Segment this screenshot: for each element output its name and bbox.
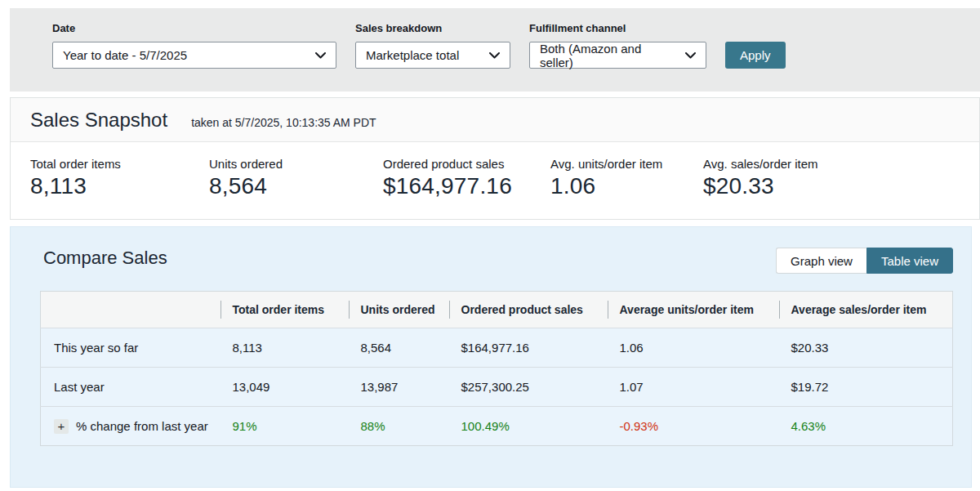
filter-bar: Date Year to date - 5/7/2025 Sales break… <box>10 8 980 92</box>
table-row-this-year: This year so far 8,113 8,564 $164,977.16… <box>41 328 953 368</box>
column-header-average-sales: Average sales/order item <box>779 292 953 328</box>
cell-value: 1.06 <box>608 328 779 368</box>
cell-value: -0.93% <box>608 407 779 446</box>
sales-breakdown-label: Sales breakdown <box>355 22 510 34</box>
column-header-average-units: Average units/order item <box>608 292 779 328</box>
metric-value: 8,113 <box>30 173 209 199</box>
view-toggle: Graph view Table view <box>776 248 953 274</box>
fulfillment-channel-select[interactable]: Both (Amazon and seller) <box>529 42 706 69</box>
sales-breakdown-select-value: Marketplace total <box>366 48 459 62</box>
metric-ordered-product-sales: Ordered product sales $164,977.16 <box>383 157 550 199</box>
compare-sales-table: Total order items Units ordered Ordered … <box>40 291 953 446</box>
column-header-ordered-product-sales: Ordered product sales <box>449 292 608 328</box>
metric-label: Ordered product sales <box>383 157 550 171</box>
metric-value: $20.33 <box>703 173 818 199</box>
apply-button[interactable]: Apply <box>725 42 786 69</box>
cell-value: 88% <box>349 407 449 446</box>
cell-value: $20.33 <box>779 328 953 368</box>
chevron-down-icon <box>489 52 500 59</box>
metric-avg-sales-order-item: Avg. sales/order item $20.33 <box>703 157 818 199</box>
chevron-down-icon <box>685 52 696 59</box>
expand-plus-icon[interactable]: + <box>54 419 69 434</box>
fulfillment-channel-filter-group: Fulfillment channel Both (Amazon and sel… <box>529 22 706 92</box>
row-label: This year so far <box>41 328 220 368</box>
metric-avg-units-order-item: Avg. units/order item 1.06 <box>550 157 703 199</box>
metric-value: $164,977.16 <box>383 173 550 199</box>
sales-snapshot-header: Sales Snapshot taken at 5/7/2025, 10:13:… <box>11 98 979 142</box>
metric-label: Avg. sales/order item <box>703 157 818 171</box>
table-header-row: Total order items Units ordered Ordered … <box>41 292 953 328</box>
row-label: Last year <box>41 368 220 407</box>
snapshot-metrics-row: Total order items 8,113 Units ordered 8,… <box>11 142 979 219</box>
metric-units-ordered: Units ordered 8,564 <box>209 157 383 199</box>
cell-value: 1.07 <box>608 368 779 407</box>
row-label: + % change from last year <box>41 407 220 446</box>
table-row-last-year: Last year 13,049 13,987 $257,300.25 1.07… <box>41 368 953 407</box>
graph-view-button[interactable]: Graph view <box>776 248 866 274</box>
cell-value: 8,564 <box>349 328 449 368</box>
cell-value: $257,300.25 <box>449 368 608 407</box>
column-header-empty <box>41 292 220 328</box>
cell-value: 13,987 <box>349 368 449 407</box>
date-select[interactable]: Year to date - 5/7/2025 <box>52 42 336 69</box>
cell-value: $19.72 <box>779 368 953 407</box>
sales-breakdown-filter-group: Sales breakdown Marketplace total <box>355 22 510 92</box>
metric-total-order-items: Total order items 8,113 <box>30 157 209 199</box>
sales-snapshot-section: Sales Snapshot taken at 5/7/2025, 10:13:… <box>10 97 980 220</box>
date-select-value: Year to date - 5/7/2025 <box>63 48 187 62</box>
cell-value: 8,113 <box>220 328 349 368</box>
cell-value: 13,049 <box>220 368 349 407</box>
table-row-pct-change: + % change from last year 91% 88% 100.49… <box>41 407 953 446</box>
sales-breakdown-select[interactable]: Marketplace total <box>355 42 510 69</box>
column-header-units-ordered: Units ordered <box>349 292 449 328</box>
fulfillment-channel-label: Fulfillment channel <box>529 22 706 34</box>
fulfillment-channel-select-value: Both (Amazon and seller) <box>540 42 674 69</box>
metric-value: 8,564 <box>209 173 383 199</box>
sales-snapshot-title: Sales Snapshot <box>30 109 167 132</box>
table-view-button[interactable]: Table view <box>866 248 953 274</box>
column-header-total-order-items: Total order items <box>220 292 349 328</box>
metric-value: 1.06 <box>550 173 703 199</box>
metric-label: Total order items <box>30 157 209 171</box>
cell-value: 4.63% <box>779 407 953 446</box>
compare-sales-header: Compare Sales Graph view Table view <box>11 227 971 274</box>
row-label-text: % change from last year <box>76 419 208 433</box>
cell-value: 91% <box>220 407 349 446</box>
metric-label: Avg. units/order item <box>550 157 703 171</box>
compare-sales-panel: Compare Sales Graph view Table view Tota… <box>10 226 972 488</box>
cell-value: 100.49% <box>449 407 608 446</box>
snapshot-timestamp: taken at 5/7/2025, 10:13:35 AM PDT <box>191 116 376 129</box>
metric-label: Units ordered <box>209 157 383 171</box>
compare-sales-title: Compare Sales <box>43 248 167 269</box>
date-filter-group: Date Year to date - 5/7/2025 <box>52 22 336 92</box>
date-filter-label: Date <box>52 22 336 34</box>
chevron-down-icon <box>315 52 326 59</box>
cell-value: $164,977.16 <box>449 328 608 368</box>
